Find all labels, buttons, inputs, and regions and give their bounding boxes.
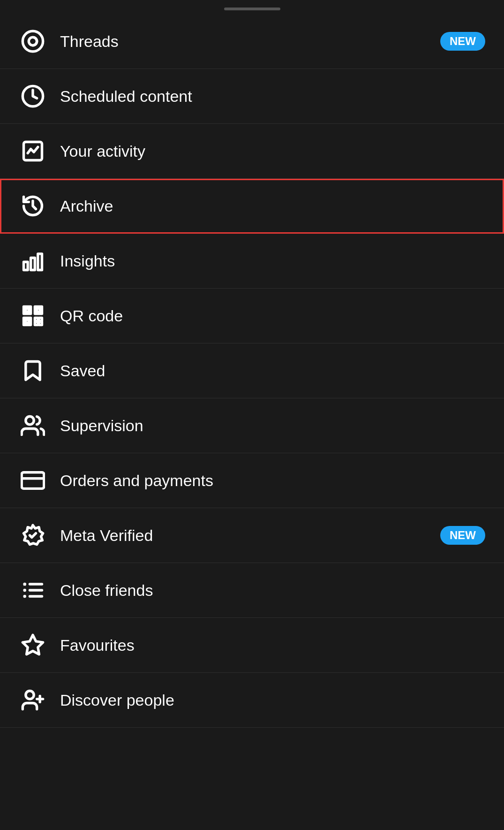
- drag-handle: [0, 0, 504, 14]
- threads-icon: [19, 27, 47, 55]
- menu-label-archive: Archive: [60, 197, 485, 215]
- menu-label-saved: Saved: [60, 362, 485, 380]
- menu-list: ThreadsNEWScheduled contentYour activity…: [0, 14, 504, 728]
- menu-label-close-friends: Close friends: [60, 581, 485, 600]
- svg-point-0: [23, 31, 43, 51]
- activity-icon: [19, 137, 47, 165]
- close-friends-icon: [19, 576, 47, 604]
- supervision-icon: [19, 411, 47, 440]
- menu-label-insights: Insights: [60, 252, 485, 270]
- menu-item-meta-verified[interactable]: Meta VerifiedNEW: [0, 508, 504, 563]
- svg-rect-5: [31, 258, 35, 270]
- discover-people-icon: [19, 686, 47, 714]
- svg-rect-18: [22, 472, 44, 489]
- menu-item-your-activity[interactable]: Your activity: [0, 124, 504, 179]
- star-icon: [19, 631, 47, 659]
- menu-item-supervision[interactable]: Supervision: [0, 398, 504, 453]
- bar-chart-icon: [19, 247, 47, 275]
- menu-label-qr-code: QR code: [60, 307, 485, 325]
- menu-label-threads: Threads: [60, 32, 440, 51]
- svg-rect-15: [35, 322, 38, 325]
- svg-point-25: [26, 691, 34, 699]
- drag-bar: [224, 8, 280, 10]
- menu-label-orders-payments: Orders and payments: [60, 472, 485, 490]
- badge-new-threads: NEW: [440, 32, 485, 51]
- svg-rect-6: [38, 254, 42, 270]
- svg-marker-24: [23, 635, 43, 654]
- menu-label-supervision: Supervision: [60, 417, 485, 435]
- svg-rect-16: [39, 322, 42, 325]
- card-icon: [19, 466, 47, 495]
- badge-new-meta-verified: NEW: [440, 526, 485, 545]
- menu-label-your-activity: Your activity: [60, 142, 485, 160]
- menu-label-scheduled-content: Scheduled content: [60, 87, 485, 106]
- menu-item-qr-code[interactable]: QR code: [0, 289, 504, 343]
- menu-label-discover-people: Discover people: [60, 691, 485, 709]
- menu-item-orders-payments[interactable]: Orders and payments: [0, 453, 504, 508]
- menu-item-saved[interactable]: Saved: [0, 343, 504, 398]
- menu-label-favourites: Favourites: [60, 636, 485, 655]
- verified-icon: [19, 521, 47, 549]
- archive-icon: [19, 192, 47, 220]
- menu-item-scheduled-content[interactable]: Scheduled content: [0, 69, 504, 124]
- menu-item-discover-people[interactable]: Discover people: [0, 673, 504, 728]
- bookmark-icon: [19, 357, 47, 385]
- qr-code-icon: [19, 302, 47, 330]
- svg-rect-14: [39, 318, 42, 321]
- svg-rect-13: [35, 318, 38, 321]
- menu-item-favourites[interactable]: Favourites: [0, 618, 504, 673]
- svg-point-17: [26, 417, 34, 425]
- menu-item-archive[interactable]: Archive: [0, 179, 504, 234]
- svg-rect-12: [26, 320, 29, 323]
- menu-item-insights[interactable]: Insights: [0, 234, 504, 289]
- svg-rect-11: [37, 309, 40, 312]
- svg-rect-4: [24, 262, 28, 270]
- svg-rect-10: [26, 309, 29, 312]
- menu-item-close-friends[interactable]: Close friends: [0, 563, 504, 618]
- clock-icon: [19, 82, 47, 110]
- menu-label-meta-verified: Meta Verified: [60, 526, 440, 545]
- menu-item-threads[interactable]: ThreadsNEW: [0, 14, 504, 69]
